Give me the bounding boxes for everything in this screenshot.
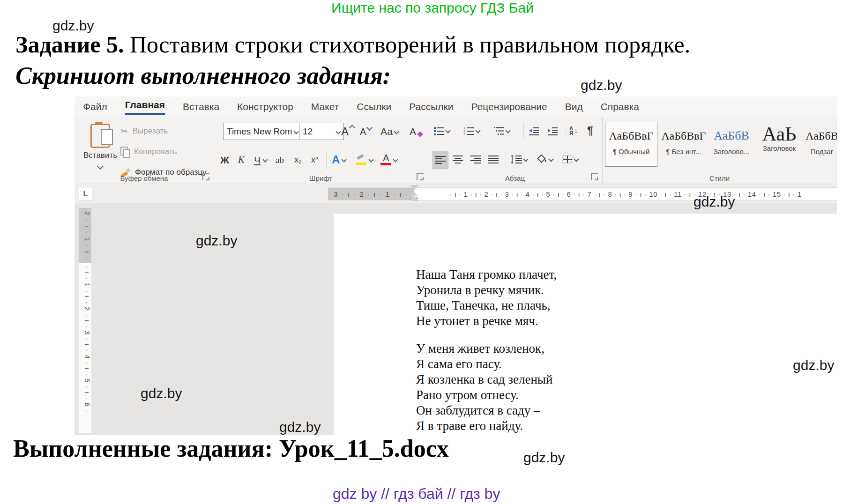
font-name-combobox[interactable]: Times New Rom bbox=[223, 123, 302, 140]
left-indent-marker[interactable] bbox=[410, 197, 418, 200]
bullets-button[interactable] bbox=[433, 123, 450, 139]
tab-selector[interactable]: L bbox=[79, 187, 92, 201]
style-subtitle[interactable]: АаБбВ Подзаг bbox=[805, 122, 837, 166]
style-normal[interactable]: АаБбВвГ ¶ Обычный bbox=[605, 122, 657, 167]
font-dialog-launcher-icon[interactable] bbox=[417, 173, 424, 180]
watermark: gdz.by bbox=[793, 357, 834, 373]
chevron-down-icon bbox=[548, 156, 553, 162]
watermark: gdz.by bbox=[196, 233, 237, 249]
paragraph-dialog-launcher-icon[interactable] bbox=[591, 173, 598, 180]
align-center-button[interactable] bbox=[452, 151, 463, 168]
font-size-combobox[interactable]: 12 bbox=[299, 123, 344, 140]
line-spacing-icon bbox=[510, 155, 522, 164]
indent-markers[interactable] bbox=[410, 185, 418, 200]
poem-line: Не утонет в речке мяч. bbox=[416, 313, 557, 329]
text-effects-button[interactable]: А bbox=[332, 152, 346, 168]
style-heading1[interactable]: АаБбВ Заголово... bbox=[710, 122, 753, 166]
chevron-down-icon bbox=[342, 157, 347, 162]
watermark: gdz.by bbox=[523, 450, 565, 466]
align-right-icon bbox=[470, 155, 481, 164]
copy-icon bbox=[120, 147, 130, 157]
watermark: gdz.by bbox=[279, 419, 321, 435]
align-center-icon bbox=[452, 155, 463, 164]
numbering-button[interactable]: 123 bbox=[463, 123, 480, 139]
strikethrough-button[interactable]: ab bbox=[276, 152, 284, 168]
borders-button[interactable] bbox=[562, 151, 578, 168]
poem-line: Он заблудится в саду – bbox=[416, 403, 552, 418]
poem-line: Я сама его пасу. bbox=[416, 356, 552, 372]
chevron-down-icon bbox=[293, 129, 298, 134]
tab-layout[interactable]: Макет bbox=[311, 96, 339, 117]
clipboard-group: Вставить ✂ Вырезать Копировать Формат по… bbox=[75, 117, 214, 184]
highlight-color-bar bbox=[356, 163, 366, 165]
copy-button[interactable]: Копировать bbox=[120, 143, 177, 160]
cut-button[interactable]: ✂ Вырезать bbox=[120, 123, 168, 140]
shading-button[interactable] bbox=[536, 151, 553, 168]
divider bbox=[326, 151, 327, 169]
clear-formatting-button[interactable]: А bbox=[410, 123, 422, 140]
tab-view[interactable]: Вид bbox=[565, 96, 583, 117]
first-line-indent-marker[interactable] bbox=[410, 185, 418, 190]
subscript-button[interactable]: x₂ bbox=[294, 152, 302, 168]
sort-icon: АЯ bbox=[569, 126, 573, 135]
tab-insert[interactable]: Вставка bbox=[183, 96, 219, 117]
bold-button[interactable]: Ж bbox=[220, 152, 229, 168]
font-color-button[interactable]: А bbox=[380, 152, 397, 168]
pilcrow-icon: ¶ bbox=[587, 125, 593, 137]
highlight-button[interactable] bbox=[356, 152, 373, 168]
clipboard-group-label: Буфер обмена bbox=[75, 174, 214, 182]
hanging-indent-marker[interactable] bbox=[410, 192, 418, 196]
screenshot-caption: Скриншот выполненного задания: bbox=[15, 62, 391, 89]
decrease-indent-icon bbox=[528, 126, 539, 135]
numbered-list-icon: 123 bbox=[463, 126, 475, 135]
bullet-list-icon bbox=[433, 126, 445, 135]
align-left-button[interactable] bbox=[432, 151, 448, 169]
horizontal-ruler[interactable]: 3 · ı · 2 · ı · 1 · ı · · ı · 1 · ı · 2 … bbox=[328, 187, 837, 200]
chevron-down-icon bbox=[394, 129, 399, 134]
chevron-down-icon bbox=[475, 128, 480, 133]
italic-button[interactable]: К bbox=[238, 152, 245, 168]
style-title[interactable]: АаЬ Заголовок bbox=[756, 122, 803, 166]
align-right-button[interactable] bbox=[470, 151, 481, 168]
tab-file[interactable]: Файл bbox=[83, 96, 107, 117]
justify-icon bbox=[488, 155, 499, 164]
sort-button[interactable]: АЯ ↓ bbox=[569, 123, 578, 139]
chevron-down-icon bbox=[97, 163, 104, 170]
clipboard-dialog-launcher-icon[interactable] bbox=[202, 173, 209, 180]
tab-mailings[interactable]: Рассылки bbox=[409, 96, 453, 117]
multilevel-list-button[interactable] bbox=[493, 123, 510, 139]
chevron-down-icon bbox=[336, 129, 341, 134]
tab-review[interactable]: Рецензирование bbox=[471, 96, 547, 117]
shrink-font-button[interactable]: А bbox=[360, 123, 372, 140]
show-formatting-marks-button[interactable]: ¶ bbox=[587, 123, 593, 139]
style-no-spacing[interactable]: АаБбВвГ ¶ Без инт... bbox=[660, 122, 707, 166]
styles-group-label: Стили bbox=[602, 174, 837, 182]
grow-font-button[interactable]: А bbox=[341, 123, 354, 140]
page: Ищите нас по запросу ГДЗ Бай gdz.by Зада… bbox=[0, 0, 865, 504]
change-case-button[interactable]: Аа bbox=[380, 123, 398, 140]
poem-line: У меня живет козленок, bbox=[416, 341, 552, 356]
increase-indent-button[interactable] bbox=[547, 123, 558, 139]
font-group: Times New Rom 12 А А Аа А bbox=[214, 117, 428, 184]
underline-button[interactable]: Ч bbox=[254, 152, 267, 168]
poem-line: Я в траве его найду. bbox=[416, 418, 552, 434]
tab-references[interactable]: Ссылки bbox=[357, 96, 391, 117]
line-spacing-button[interactable] bbox=[510, 151, 528, 168]
document-page[interactable]: Наша Таня громко плачет, Уронила в речку… bbox=[334, 214, 837, 435]
tab-help[interactable]: Справка bbox=[601, 96, 639, 117]
decrease-indent-button[interactable] bbox=[528, 123, 539, 139]
poem-line: Я козленка в сад зеленый bbox=[416, 372, 552, 387]
chevron-down-icon bbox=[445, 128, 450, 133]
poem-line: Рано утром отнесу. bbox=[416, 387, 552, 403]
superscript-button[interactable]: x² bbox=[311, 152, 318, 168]
vertical-ruler[interactable]: 2 · ı · 1 · ı · · ı · 1 · ı · 2 · ı · 3 … bbox=[79, 208, 91, 433]
poem-line: Наша Таня громко плачет, bbox=[416, 267, 557, 282]
tab-home[interactable]: Главная bbox=[125, 96, 165, 117]
word-window: Файл Главная Вставка Конструктор Макет С… bbox=[75, 96, 837, 435]
chevron-down-icon bbox=[393, 157, 398, 162]
chevron-down-icon bbox=[523, 156, 528, 162]
paste-button[interactable]: Вставить bbox=[80, 121, 120, 177]
justify-button[interactable] bbox=[488, 151, 499, 168]
tab-design[interactable]: Конструктор bbox=[237, 96, 293, 117]
divider bbox=[523, 123, 524, 139]
